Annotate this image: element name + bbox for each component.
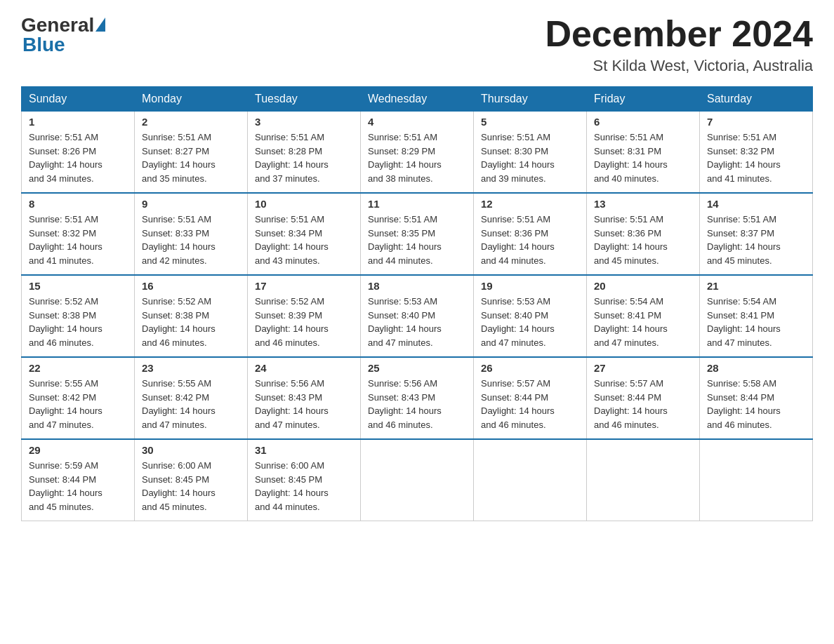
table-row: 17 Sunrise: 5:52 AM Sunset: 8:39 PM Dayl… <box>248 275 361 357</box>
day-number: 4 <box>368 116 466 128</box>
table-row: 13 Sunrise: 5:51 AM Sunset: 8:36 PM Dayl… <box>587 193 700 275</box>
table-row: 30 Sunrise: 6:00 AM Sunset: 8:45 PM Dayl… <box>135 439 248 521</box>
day-number: 23 <box>142 362 240 374</box>
day-number: 19 <box>481 280 579 292</box>
table-row: 3 Sunrise: 5:51 AM Sunset: 8:28 PM Dayli… <box>248 112 361 194</box>
day-info: Sunrise: 6:00 AM Sunset: 8:45 PM Dayligh… <box>255 459 353 514</box>
day-number: 18 <box>368 280 466 292</box>
day-number: 28 <box>707 362 805 374</box>
day-number: 20 <box>594 280 692 292</box>
calendar-table: Sunday Monday Tuesday Wednesday Thursday… <box>21 86 813 521</box>
day-info: Sunrise: 5:51 AM Sunset: 8:32 PM Dayligh… <box>29 213 127 267</box>
col-wednesday: Wednesday <box>361 87 474 112</box>
day-info: Sunrise: 5:56 AM Sunset: 8:43 PM Dayligh… <box>255 377 353 431</box>
day-info: Sunrise: 5:52 AM Sunset: 8:39 PM Dayligh… <box>255 295 353 349</box>
table-row: 14 Sunrise: 5:51 AM Sunset: 8:37 PM Dayl… <box>700 193 813 275</box>
calendar-week-row: 15 Sunrise: 5:52 AM Sunset: 8:38 PM Dayl… <box>22 275 813 357</box>
table-row <box>587 439 700 521</box>
title-block: December 2024 St Kilda West, Victoria, A… <box>545 14 813 75</box>
table-row: 9 Sunrise: 5:51 AM Sunset: 8:33 PM Dayli… <box>135 193 248 275</box>
day-info: Sunrise: 5:51 AM Sunset: 8:34 PM Dayligh… <box>255 213 353 267</box>
day-number: 16 <box>142 280 240 292</box>
table-row: 19 Sunrise: 5:53 AM Sunset: 8:40 PM Dayl… <box>474 275 587 357</box>
day-info: Sunrise: 5:51 AM Sunset: 8:35 PM Dayligh… <box>368 213 466 267</box>
day-info: Sunrise: 5:51 AM Sunset: 8:33 PM Dayligh… <box>142 213 240 267</box>
day-info: Sunrise: 5:51 AM Sunset: 8:36 PM Dayligh… <box>481 213 579 267</box>
table-row: 2 Sunrise: 5:51 AM Sunset: 8:27 PM Dayli… <box>135 112 248 194</box>
day-info: Sunrise: 6:00 AM Sunset: 8:45 PM Dayligh… <box>142 459 240 514</box>
table-row: 11 Sunrise: 5:51 AM Sunset: 8:35 PM Dayl… <box>361 193 474 275</box>
table-row <box>474 439 587 521</box>
logo-triangle-icon <box>95 18 105 32</box>
day-number: 25 <box>368 362 466 374</box>
table-row: 1 Sunrise: 5:51 AM Sunset: 8:26 PM Dayli… <box>22 112 135 194</box>
day-info: Sunrise: 5:51 AM Sunset: 8:29 PM Dayligh… <box>368 130 466 185</box>
day-number: 27 <box>594 362 692 374</box>
day-info: Sunrise: 5:51 AM Sunset: 8:32 PM Dayligh… <box>707 130 805 185</box>
day-number: 10 <box>255 198 353 210</box>
table-row: 25 Sunrise: 5:56 AM Sunset: 8:43 PM Dayl… <box>361 357 474 439</box>
logo-text-blue: Blue <box>21 34 65 56</box>
day-info: Sunrise: 5:59 AM Sunset: 8:44 PM Dayligh… <box>29 459 127 514</box>
day-number: 12 <box>481 198 579 210</box>
day-number: 2 <box>142 116 240 128</box>
table-row: 8 Sunrise: 5:51 AM Sunset: 8:32 PM Dayli… <box>22 193 135 275</box>
day-info: Sunrise: 5:52 AM Sunset: 8:38 PM Dayligh… <box>142 295 240 349</box>
day-number: 11 <box>368 198 466 210</box>
day-number: 13 <box>594 198 692 210</box>
col-friday: Friday <box>587 87 700 112</box>
day-number: 14 <box>707 198 805 210</box>
calendar-week-row: 8 Sunrise: 5:51 AM Sunset: 8:32 PM Dayli… <box>22 193 813 275</box>
day-number: 5 <box>481 116 579 128</box>
col-sunday: Sunday <box>22 87 135 112</box>
day-number: 8 <box>29 198 127 210</box>
table-row: 28 Sunrise: 5:58 AM Sunset: 8:44 PM Dayl… <box>700 357 813 439</box>
calendar-week-row: 29 Sunrise: 5:59 AM Sunset: 8:44 PM Dayl… <box>22 439 813 521</box>
day-number: 6 <box>594 116 692 128</box>
table-row: 4 Sunrise: 5:51 AM Sunset: 8:29 PM Dayli… <box>361 112 474 194</box>
table-row: 23 Sunrise: 5:55 AM Sunset: 8:42 PM Dayl… <box>135 357 248 439</box>
table-row: 12 Sunrise: 5:51 AM Sunset: 8:36 PM Dayl… <box>474 193 587 275</box>
day-number: 3 <box>255 116 353 128</box>
calendar-week-row: 1 Sunrise: 5:51 AM Sunset: 8:26 PM Dayli… <box>22 112 813 194</box>
table-row: 21 Sunrise: 5:54 AM Sunset: 8:41 PM Dayl… <box>700 275 813 357</box>
day-info: Sunrise: 5:52 AM Sunset: 8:38 PM Dayligh… <box>29 295 127 349</box>
day-info: Sunrise: 5:51 AM Sunset: 8:30 PM Dayligh… <box>481 130 579 185</box>
day-info: Sunrise: 5:58 AM Sunset: 8:44 PM Dayligh… <box>707 377 805 431</box>
table-row: 29 Sunrise: 5:59 AM Sunset: 8:44 PM Dayl… <box>22 439 135 521</box>
table-row: 10 Sunrise: 5:51 AM Sunset: 8:34 PM Dayl… <box>248 193 361 275</box>
day-number: 21 <box>707 280 805 292</box>
table-row: 20 Sunrise: 5:54 AM Sunset: 8:41 PM Dayl… <box>587 275 700 357</box>
day-number: 24 <box>255 362 353 374</box>
day-info: Sunrise: 5:57 AM Sunset: 8:44 PM Dayligh… <box>481 377 579 431</box>
day-number: 30 <box>142 444 240 456</box>
col-monday: Monday <box>135 87 248 112</box>
day-number: 7 <box>707 116 805 128</box>
day-info: Sunrise: 5:55 AM Sunset: 8:42 PM Dayligh… <box>142 377 240 431</box>
logo: General Blue <box>21 14 105 56</box>
day-info: Sunrise: 5:57 AM Sunset: 8:44 PM Dayligh… <box>594 377 692 431</box>
table-row: 27 Sunrise: 5:57 AM Sunset: 8:44 PM Dayl… <box>587 357 700 439</box>
table-row: 16 Sunrise: 5:52 AM Sunset: 8:38 PM Dayl… <box>135 275 248 357</box>
day-info: Sunrise: 5:51 AM Sunset: 8:27 PM Dayligh… <box>142 130 240 185</box>
col-saturday: Saturday <box>700 87 813 112</box>
day-number: 1 <box>29 116 127 128</box>
table-row: 31 Sunrise: 6:00 AM Sunset: 8:45 PM Dayl… <box>248 439 361 521</box>
table-row: 22 Sunrise: 5:55 AM Sunset: 8:42 PM Dayl… <box>22 357 135 439</box>
day-info: Sunrise: 5:51 AM Sunset: 8:26 PM Dayligh… <box>29 130 127 185</box>
table-row <box>700 439 813 521</box>
day-number: 22 <box>29 362 127 374</box>
day-number: 17 <box>255 280 353 292</box>
table-row: 26 Sunrise: 5:57 AM Sunset: 8:44 PM Dayl… <box>474 357 587 439</box>
day-info: Sunrise: 5:54 AM Sunset: 8:41 PM Dayligh… <box>707 295 805 349</box>
day-info: Sunrise: 5:51 AM Sunset: 8:36 PM Dayligh… <box>594 213 692 267</box>
col-tuesday: Tuesday <box>248 87 361 112</box>
location-subtitle: St Kilda West, Victoria, Australia <box>545 57 813 75</box>
day-info: Sunrise: 5:56 AM Sunset: 8:43 PM Dayligh… <box>368 377 466 431</box>
day-info: Sunrise: 5:54 AM Sunset: 8:41 PM Dayligh… <box>594 295 692 349</box>
day-info: Sunrise: 5:51 AM Sunset: 8:31 PM Dayligh… <box>594 130 692 185</box>
calendar-week-row: 22 Sunrise: 5:55 AM Sunset: 8:42 PM Dayl… <box>22 357 813 439</box>
day-info: Sunrise: 5:53 AM Sunset: 8:40 PM Dayligh… <box>368 295 466 349</box>
table-row: 15 Sunrise: 5:52 AM Sunset: 8:38 PM Dayl… <box>22 275 135 357</box>
table-row: 18 Sunrise: 5:53 AM Sunset: 8:40 PM Dayl… <box>361 275 474 357</box>
